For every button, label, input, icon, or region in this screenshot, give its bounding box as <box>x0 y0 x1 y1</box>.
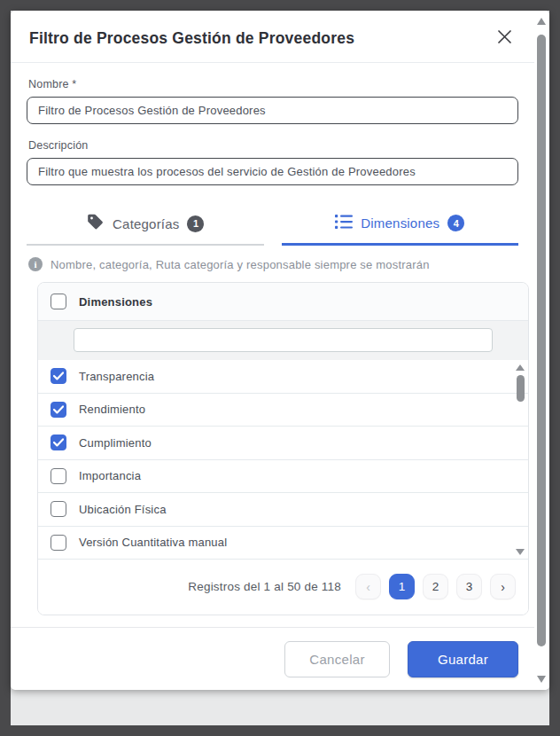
scroll-up-arrow-icon[interactable] <box>516 364 525 371</box>
tab-categorias-label: Categorías <box>113 216 179 231</box>
page-button-1[interactable]: 1 <box>389 574 415 599</box>
list-item-label: Transparencia <box>79 370 154 383</box>
table-header-row: Dimensiones <box>38 283 528 321</box>
list-scrollbar[interactable] <box>515 364 525 555</box>
row-checkbox[interactable] <box>51 501 66 517</box>
modal-title: Filtro de Procesos Gestión de Proveedore… <box>29 29 354 48</box>
info-note: i Nombre, categoría, Ruta categoría y re… <box>28 257 518 271</box>
tab-dimensiones-label: Dimensiones <box>361 215 439 231</box>
list-item-label: Versión Cuantitativa manual <box>79 536 227 549</box>
next-page-button[interactable]: › <box>490 574 516 599</box>
table-header-label: Dimensiones <box>79 295 152 309</box>
list-item-label: Importancia <box>79 469 141 482</box>
modal-scroll-down-arrow-icon[interactable] <box>537 676 546 683</box>
list-item-label: Cumplimiento <box>79 436 152 450</box>
tab-bar: Categorías 1 Dimensiones 4 <box>27 213 518 246</box>
page-button-2[interactable]: 2 <box>423 574 448 599</box>
cancel-button[interactable]: Cancelar <box>284 641 390 677</box>
list-item[interactable]: Ubicación Física <box>38 493 528 527</box>
table-search-input[interactable] <box>74 328 493 352</box>
tag-icon <box>86 213 105 234</box>
tab-dimensiones-badge: 4 <box>447 215 464 231</box>
list-item-label: Rendimiento <box>79 403 145 416</box>
row-checkbox[interactable] <box>51 368 66 384</box>
modal-scrollbar-thumb[interactable] <box>537 35 546 646</box>
row-checkbox[interactable] <box>51 402 66 418</box>
info-note-text: Nombre, categoría, Ruta categoría y resp… <box>51 258 430 271</box>
list-scrollbar-thumb[interactable] <box>517 375 525 402</box>
modal-header: Filtro de Procesos Gestión de Proveedore… <box>11 11 534 63</box>
save-button[interactable]: Guardar <box>408 641 518 677</box>
modal-scroll-up-arrow-icon[interactable] <box>537 18 546 25</box>
list-item[interactable]: Cumplimiento <box>38 427 528 460</box>
tab-categorias[interactable]: Categorías 1 <box>27 213 264 246</box>
row-checkbox[interactable] <box>51 435 66 450</box>
name-label: Nombre * <box>28 78 518 90</box>
name-input[interactable] <box>27 97 518 124</box>
description-input[interactable] <box>27 158 518 185</box>
close-icon <box>495 27 514 49</box>
list-icon <box>335 214 353 233</box>
list-item[interactable]: Rendimiento <box>38 394 528 427</box>
filter-modal: Filtro de Procesos Gestión de Proveedore… <box>11 11 549 690</box>
close-button[interactable] <box>494 27 515 49</box>
list-item-label: Ubicación Física <box>79 503 167 516</box>
pagination: Registros del 1 al 50 de 118 ‹ 123 › <box>38 560 528 615</box>
table-search-row <box>38 321 528 360</box>
tab-categorias-badge: 1 <box>187 215 204 232</box>
prev-page-button[interactable]: ‹ <box>355 574 381 599</box>
tab-dimensiones[interactable]: Dimensiones 4 <box>282 213 519 246</box>
list-item[interactable]: Versión Cuantitativa manual <box>38 527 528 560</box>
description-label: Descripción <box>28 139 518 152</box>
page-button-3[interactable]: 3 <box>456 574 482 599</box>
select-all-checkbox[interactable] <box>51 294 66 309</box>
pagination-summary: Registros del 1 al 50 de 118 <box>188 580 341 593</box>
scroll-down-arrow-icon[interactable] <box>516 549 525 555</box>
dimensions-list: Transparencia Rendimiento Cumplimiento I… <box>38 360 528 560</box>
row-checkbox[interactable] <box>51 535 66 551</box>
modal-scrollbar[interactable] <box>534 11 549 690</box>
list-item[interactable]: Transparencia <box>38 360 528 394</box>
modal-body: Nombre * Descripción Categorías 1 <box>11 63 534 615</box>
row-checkbox[interactable] <box>51 468 66 484</box>
dimensions-table: Dimensiones Transparencia Rendimiento <box>37 282 529 615</box>
modal-content: Filtro de Procesos Gestión de Proveedore… <box>11 11 534 690</box>
page-buttons: ‹ 123 › <box>355 574 516 599</box>
modal-footer: Cancelar Guardar <box>11 627 534 690</box>
info-icon: i <box>28 257 43 271</box>
list-item[interactable]: Importancia <box>38 460 528 494</box>
page-background: Filtro de Procesos Gestión de Proveedore… <box>11 11 549 725</box>
